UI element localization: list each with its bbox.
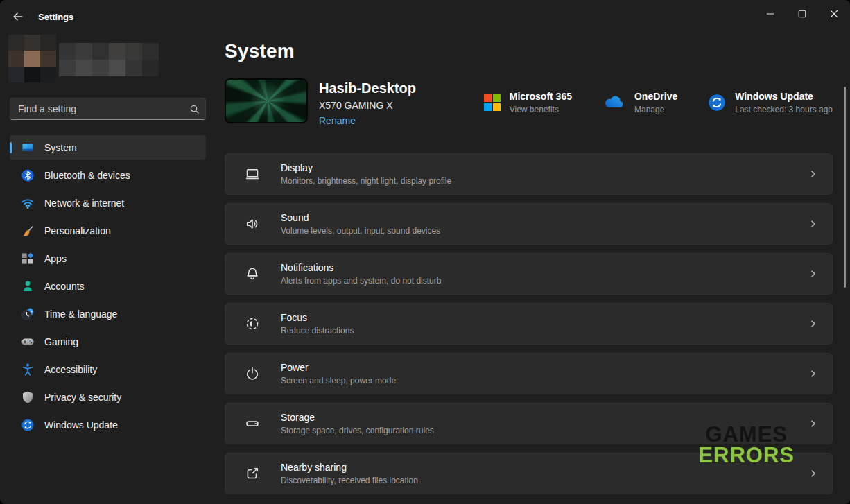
paintbrush-icon	[21, 224, 35, 238]
bluetooth-icon	[21, 168, 35, 182]
sidebar-item-personalization[interactable]: Personalization	[10, 218, 206, 243]
row-title: Power	[281, 362, 396, 373]
row-subtitle: Screen and sleep, power mode	[281, 376, 396, 385]
status-subtitle: Manage	[634, 105, 677, 114]
onedrive-cloud-icon	[602, 95, 625, 110]
windows-update-status-icon	[708, 94, 726, 112]
back-arrow-icon	[12, 10, 24, 23]
sidebar: System Bluetooth & devices Network & int…	[0, 33, 215, 504]
sidebar-item-apps[interactable]: Apps	[10, 246, 206, 271]
chevron-right-icon	[808, 219, 818, 229]
windows-update-icon	[21, 418, 35, 432]
settings-list: Display Monitors, brightness, night ligh…	[225, 153, 833, 494]
sidebar-item-bluetooth-devices[interactable]: Bluetooth & devices	[10, 163, 206, 188]
row-nearby-sharing[interactable]: Nearby sharing Discoverability, received…	[225, 453, 833, 494]
power-icon	[245, 366, 260, 381]
close-icon	[830, 10, 838, 18]
sidebar-item-label: Network & internet	[44, 198, 124, 209]
bell-icon	[245, 266, 260, 281]
share-icon	[245, 466, 260, 481]
display-icon	[245, 166, 260, 182]
sidebar-item-label: Accounts	[44, 281, 85, 292]
sidebar-item-label: Time & language	[44, 309, 117, 320]
row-title: Notifications	[281, 262, 441, 273]
row-sound[interactable]: Sound Volume levels, output, input, soun…	[225, 203, 833, 245]
row-subtitle: Volume levels, output, input, sound devi…	[281, 226, 440, 236]
close-button[interactable]	[818, 0, 850, 28]
sidebar-item-label: Apps	[44, 253, 67, 264]
status-windows-update[interactable]: Windows Update Last checked: 3 hours ago	[708, 91, 833, 114]
sidebar-item-network-internet[interactable]: Network & internet	[10, 191, 206, 216]
rename-link[interactable]: Rename	[319, 115, 356, 126]
row-subtitle: Storage space, drives, configuration rul…	[281, 426, 434, 435]
system-icon	[21, 141, 35, 155]
device-model: X570 GAMING X	[319, 100, 416, 111]
minimize-button[interactable]	[754, 0, 786, 28]
shield-icon	[21, 390, 35, 404]
gamepad-icon	[21, 335, 35, 349]
sidebar-item-label: System	[44, 142, 77, 153]
sidebar-item-label: Bluetooth & devices	[44, 170, 130, 181]
search-input[interactable]	[18, 103, 189, 114]
accounts-person-icon	[21, 279, 35, 293]
main-content: System Hasib-Desktop X570 GAMING X Renam…	[215, 33, 850, 504]
selected-indicator	[10, 142, 12, 153]
search-icon	[189, 104, 200, 114]
sidebar-item-label: Personalization	[44, 225, 111, 236]
wifi-icon	[21, 196, 35, 210]
chevron-right-icon	[808, 469, 818, 478]
row-display[interactable]: Display Monitors, brightness, night ligh…	[225, 153, 833, 195]
accessibility-person-icon	[21, 363, 35, 376]
chevron-right-icon	[808, 269, 818, 279]
sidebar-item-accounts[interactable]: Accounts	[10, 274, 206, 299]
row-storage[interactable]: Storage Storage space, drives, configura…	[225, 403, 833, 444]
row-subtitle: Reduce distractions	[281, 326, 354, 336]
row-title: Display	[281, 162, 451, 173]
row-title: Storage	[281, 412, 434, 423]
row-subtitle: Alerts from apps and system, do not dist…	[281, 276, 441, 286]
microsoft-logo-icon	[484, 94, 501, 111]
row-notifications[interactable]: Notifications Alerts from apps and syste…	[225, 253, 833, 295]
redacted-account-name	[59, 43, 159, 76]
search-box[interactable]	[10, 98, 206, 120]
sidebar-item-time-language[interactable]: Time & language	[10, 302, 206, 327]
chevron-right-icon	[808, 419, 818, 428]
chevron-right-icon	[808, 319, 818, 329]
apps-icon	[21, 252, 35, 266]
row-subtitle: Monitors, brightness, night light, displ…	[281, 176, 451, 186]
sidebar-item-gaming[interactable]: Gaming	[10, 329, 206, 354]
status-onedrive[interactable]: OneDrive Manage	[602, 91, 677, 114]
device-name: Hasib-Desktop	[319, 80, 416, 96]
titlebar: Settings	[0, 0, 850, 33]
row-power[interactable]: Power Screen and sleep, power mode	[225, 353, 833, 394]
status-microsoft-365[interactable]: Microsoft 365 View benefits	[484, 91, 572, 114]
sidebar-item-label: Accessibility	[44, 364, 97, 375]
sidebar-nav: System Bluetooth & devices Network & int…	[10, 135, 206, 440]
chevron-right-icon	[808, 369, 818, 379]
row-title: Focus	[281, 312, 354, 323]
speaker-icon	[245, 216, 260, 232]
sidebar-item-windows-update[interactable]: Windows Update	[10, 412, 206, 437]
app-title: Settings	[38, 12, 73, 22]
scrollbar[interactable]	[844, 87, 846, 288]
status-title: Windows Update	[735, 91, 833, 102]
sidebar-item-privacy-security[interactable]: Privacy & security	[10, 385, 206, 410]
row-title: Sound	[281, 212, 440, 223]
sidebar-item-label: Gaming	[44, 336, 78, 347]
back-button[interactable]	[6, 5, 31, 28]
maximize-button[interactable]	[786, 0, 818, 28]
storage-drive-icon	[245, 416, 260, 431]
focus-icon	[245, 316, 260, 331]
chevron-right-icon	[808, 169, 818, 179]
status-title: Microsoft 365	[510, 91, 572, 102]
redacted-avatar	[8, 35, 56, 82]
sidebar-item-accessibility[interactable]: Accessibility	[10, 357, 206, 382]
minimize-icon	[766, 10, 774, 18]
row-focus[interactable]: Focus Reduce distractions	[225, 303, 833, 345]
clock-globe-icon	[21, 307, 35, 321]
status-subtitle: View benefits	[510, 105, 572, 114]
status-title: OneDrive	[634, 91, 677, 102]
sidebar-item-system[interactable]: System	[10, 135, 206, 160]
maximize-icon	[798, 10, 806, 18]
window-controls	[754, 0, 850, 28]
